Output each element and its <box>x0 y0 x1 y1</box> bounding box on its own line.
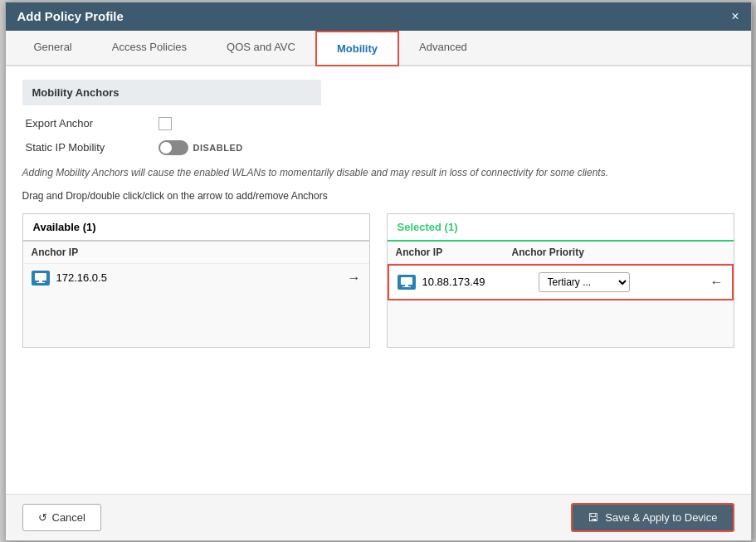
tab-advanced[interactable]: Advanced <box>399 31 487 66</box>
tab-qos-avc[interactable]: QOS and AVC <box>207 31 315 66</box>
selected-panel: Selected (1) Anchor IP Anchor Priority <box>387 213 734 348</box>
device-icon <box>32 271 50 286</box>
selected-col-anchor-ip: Anchor IP <box>396 247 512 258</box>
selected-ip-address: 10.88.173.49 <box>422 276 539 288</box>
static-ip-mobility-label: Static IP Mobility <box>26 141 159 154</box>
save-apply-button[interactable]: 🖫 Save & Apply to Device <box>571 503 734 532</box>
priority-select[interactable]: Primary Secondary Tertiary ... <box>539 272 630 292</box>
export-anchor-row: Export Anchor <box>22 117 734 130</box>
section-title: Mobility Anchors <box>22 80 321 105</box>
selected-col-anchor-priority: Anchor Priority <box>512 247 628 258</box>
available-panel-body: 172.16.0.5 → <box>23 264 369 347</box>
save-label: Save & Apply to Device <box>605 511 717 524</box>
move-left-button[interactable]: ← <box>710 275 724 290</box>
info-text: Adding Mobility Anchors will cause the e… <box>22 165 734 180</box>
available-ip-address: 172.16.0.5 <box>56 271 348 284</box>
svg-rect-0 <box>35 273 46 281</box>
selected-panel-body: 10.88.173.49 Primary Secondary Tertiary … <box>388 264 734 347</box>
svg-rect-2 <box>37 282 45 283</box>
cancel-button[interactable]: ↺ Cancel <box>22 504 101 531</box>
svg-rect-4 <box>405 285 408 286</box>
drag-hint: Drag and Drop/double click/click on the … <box>22 190 734 202</box>
modal-container: Add Policy Profile × General Access Poli… <box>5 2 752 541</box>
modal-title: Add Policy Profile <box>17 9 124 23</box>
modal-footer: ↺ Cancel 🖫 Save & Apply to Device <box>6 494 751 540</box>
toggle-wrap: DISABLED <box>159 140 243 155</box>
toggle-state-label: DISABLED <box>193 143 243 153</box>
available-panel: Available (1) Anchor IP 172.16.0. <box>22 213 370 348</box>
available-col-anchor-ip: Anchor IP <box>32 247 148 258</box>
export-anchor-label: Export Anchor <box>26 117 159 129</box>
modal-header: Add Policy Profile × <box>6 2 751 31</box>
selected-col-headers: Anchor IP Anchor Priority <box>388 242 734 264</box>
tab-bar: General Access Policies QOS and AVC Mobi… <box>6 31 751 66</box>
tab-access-policies[interactable]: Access Policies <box>92 31 207 66</box>
list-item: 172.16.0.5 → <box>23 264 369 292</box>
move-right-button[interactable]: → <box>348 271 361 286</box>
svg-rect-3 <box>401 277 412 285</box>
static-ip-mobility-row: Static IP Mobility DISABLED <box>22 140 734 155</box>
modal-body: Mobility Anchors Export Anchor Static IP… <box>6 66 751 494</box>
static-ip-mobility-toggle[interactable] <box>159 140 188 155</box>
close-button[interactable]: × <box>731 9 739 24</box>
cancel-label: Cancel <box>52 511 85 524</box>
cancel-icon: ↺ <box>38 511 47 524</box>
device-icon <box>398 275 416 290</box>
tab-general[interactable]: General <box>14 31 92 66</box>
save-icon: 🖫 <box>588 511 598 524</box>
selected-panel-header: Selected (1) <box>388 214 734 242</box>
list-item: 10.88.173.49 Primary Secondary Tertiary … <box>388 264 734 300</box>
tab-mobility[interactable]: Mobility <box>315 31 399 66</box>
svg-rect-1 <box>39 281 42 282</box>
anchor-panels: Available (1) Anchor IP 172.16.0. <box>22 213 734 348</box>
svg-rect-5 <box>402 286 411 287</box>
available-col-headers: Anchor IP <box>23 242 369 264</box>
available-panel-header: Available (1) <box>23 214 369 242</box>
export-anchor-checkbox[interactable] <box>159 117 172 130</box>
